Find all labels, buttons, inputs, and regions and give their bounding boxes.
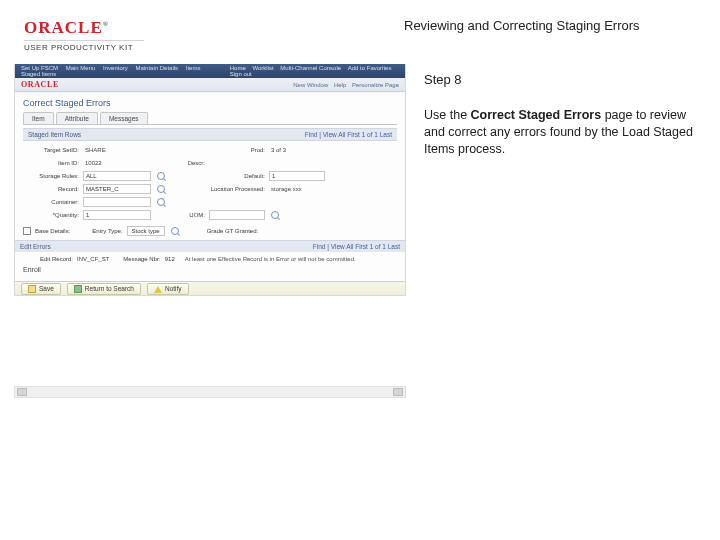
util-personalize[interactable]: Personalize Page [352,82,399,88]
breadcrumb: Set Up FSCM Main Menu Inventory Maintain… [21,65,225,77]
edit-errors-row: Edit Record: INV_CF_ST Message Nbr: 912 … [23,256,397,262]
entry-type-input[interactable]: Stock type [127,226,165,236]
save-button[interactable]: Save [21,283,61,295]
lookup-icon[interactable] [171,227,179,235]
oracle-logo: ORACLE® [24,18,404,38]
page-title: Reviewing and Correcting Staging Errors [404,18,696,33]
section-pager[interactable]: Find | View All First 1 of 1 Last [305,131,392,138]
footer-enroll-link[interactable]: Enroll [23,266,397,273]
nav-worklist[interactable]: Worklist [252,65,273,71]
record-input[interactable]: MASTER_C [83,184,151,194]
lookup-icon[interactable] [271,211,279,219]
return-to-search-button[interactable]: Return to Search [67,283,141,295]
item-id: 10022 [83,158,151,168]
scroll-left-button[interactable] [17,388,27,396]
section-edit-errors: Edit Errors Find | View All First 1 of 1… [15,240,405,252]
target-setid: SHARE [83,145,151,155]
lookup-icon[interactable] [157,185,165,193]
main-layout: Set Up FSCM Main Menu Inventory Maintain… [0,58,720,398]
tab-item[interactable]: Item [23,112,54,124]
nav-fav[interactable]: Add to Favorites [348,65,392,71]
checkbox-base-details[interactable] [23,227,31,235]
storage-rules-input[interactable]: ALL [83,171,151,181]
tab-messages[interactable]: Messages [100,112,148,124]
lookup-icon[interactable] [157,198,165,206]
notify-button[interactable]: Notify [147,283,189,295]
app-body: Correct Staged Errors Item Attribute Mes… [15,92,405,279]
doc-header: ORACLE® USER PRODUCTIVITY KIT Reviewing … [0,0,720,58]
return-icon [74,285,82,293]
oracle-logo-text: ORACLE [24,18,103,37]
instruction-column: Step 8 Use the Correct Staged Errors pag… [424,64,696,398]
row-base-details: Base Details: Entry Type: Stock type Gra… [23,226,397,236]
screenshot-column: Set Up FSCM Main Menu Inventory Maintain… [14,64,406,398]
brand-block: ORACLE® USER PRODUCTIVITY KIT [24,18,404,52]
nav-mcc[interactable]: Multi-Channel Console [280,65,341,71]
instruction-text: Use the Correct Staged Errors page to re… [424,107,696,158]
app-page-title: Correct Staged Errors [23,98,397,108]
default-input[interactable]: 1 [269,171,325,181]
app-topbar: Set Up FSCM Main Menu Inventory Maintain… [15,64,405,78]
horizontal-scrollbar[interactable] [14,386,406,398]
util-help[interactable]: Help [334,82,346,88]
location-processed: storage.xxx [269,184,397,194]
trademark: ® [103,20,108,28]
tab-row: Item Attribute Messages [23,112,397,125]
save-icon [28,285,36,293]
uom-input[interactable] [209,210,265,220]
brand-subline: USER PRODUCTIVITY KIT [24,40,144,52]
step-label: Step 8 [424,72,696,87]
section-staged-rows: Staged Item Rows Find | View All First 1… [23,128,397,141]
app-brandrow: ORACLE New Window Help Personalize Page [15,78,405,92]
errors-pager[interactable]: Find | View All First 1 of 1 Last [313,243,400,250]
app-window: Set Up FSCM Main Menu Inventory Maintain… [14,64,406,296]
quantity-input[interactable]: 1 [83,210,151,220]
scroll-right-button[interactable] [393,388,403,396]
notify-icon [154,285,162,293]
container-input[interactable] [83,197,151,207]
topnav: Home Worklist Multi-Channel Console Add … [225,65,399,77]
lookup-icon[interactable] [157,172,165,180]
tab-attribute[interactable]: Attribute [56,112,98,124]
action-bar: Save Return to Search Notify [15,281,405,295]
app-logo: ORACLE [21,80,59,89]
field-grid: Target SetID: SHARE Prod: 3 of 3 Item ID… [23,145,397,220]
nav-signout[interactable]: Sign out [230,71,252,77]
util-newwindow[interactable]: New Window [293,82,328,88]
util-links: New Window Help Personalize Page [289,82,399,88]
